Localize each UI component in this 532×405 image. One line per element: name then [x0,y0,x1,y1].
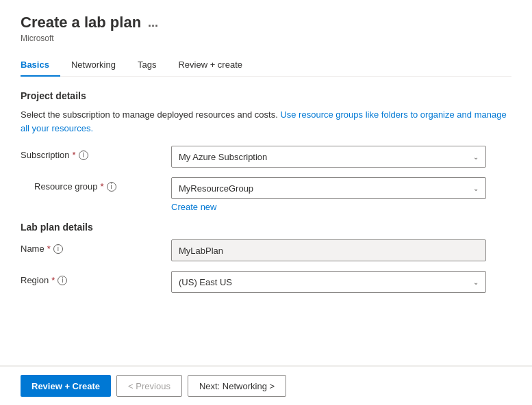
region-info-icon[interactable]: i [58,276,67,285]
resource-group-required: * [101,181,104,192]
review-create-button[interactable]: Review + Create [21,375,111,397]
resource-group-control: MyResourceGroup ⌄ Create new [171,177,511,212]
subscription-control: My Azure Subscription ⌄ [171,146,511,168]
subscription-info-icon[interactable]: i [79,151,88,160]
resource-group-label: Resource group [34,181,98,192]
region-chevron-icon: ⌄ [473,278,479,286]
lab-plan-details-title: Lab plan details [21,222,511,233]
next-button[interactable]: Next: Networking > [188,375,286,397]
name-label: Name [21,244,45,254]
region-dropdown[interactable]: (US) East US ⌄ [171,271,486,293]
resource-group-dropdown[interactable]: MyResourceGroup ⌄ [171,177,486,199]
resource-group-info-icon[interactable]: i [107,182,116,192]
region-value: (US) East US [179,277,232,287]
resource-group-label-col: Resource group * i [21,177,171,192]
subscription-row: Subscription * i My Azure Subscription ⌄ [21,146,511,168]
page-title-ellipsis[interactable]: ... [148,16,158,30]
name-row: Name * i [21,239,511,261]
subscription-chevron-icon: ⌄ [473,153,479,161]
resource-group-chevron-icon: ⌄ [473,185,479,192]
region-control: (US) East US ⌄ [171,271,511,293]
region-row: Region * i (US) East US ⌄ [21,271,511,293]
tabs-container: Basics Networking Tags Review + create [21,54,511,77]
tab-tags[interactable]: Tags [138,54,167,77]
tab-networking[interactable]: Networking [71,54,127,77]
subscription-required: * [73,150,76,160]
resource-group-value: MyResourceGroup [179,183,253,194]
create-new-link[interactable]: Create new [171,202,216,212]
lab-plan-section: Lab plan details Name * i Region * i (US… [21,222,511,293]
tab-basics[interactable]: Basics [21,54,60,77]
region-label-col: Region * i [21,271,171,285]
project-description: Select the subscription to manage deploy… [21,108,511,135]
tab-review-create[interactable]: Review + create [178,54,253,77]
footer: Review + Create < Previous Next: Network… [0,366,532,405]
page-title: Create a lab plan [21,14,141,31]
resource-group-row: Resource group * i MyResourceGroup ⌄ Cre… [21,177,511,212]
region-label: Region [21,275,49,285]
name-input[interactable] [171,239,486,261]
subscription-value: My Azure Subscription [179,152,267,162]
subscription-label: Subscription [21,150,70,160]
subscription-dropdown[interactable]: My Azure Subscription ⌄ [171,146,486,168]
main-content: Create a lab plan ... Microsoft Basics N… [0,0,532,365]
previous-button[interactable]: < Previous [116,375,182,397]
name-info-icon[interactable]: i [53,244,63,254]
region-required: * [51,275,55,285]
name-required: * [47,244,51,254]
page-subtitle: Microsoft [21,34,511,43]
name-control [171,239,511,261]
subscription-label-col: Subscription * i [21,146,171,160]
name-label-col: Name * i [21,239,171,254]
project-details-title: Project details [21,90,511,101]
